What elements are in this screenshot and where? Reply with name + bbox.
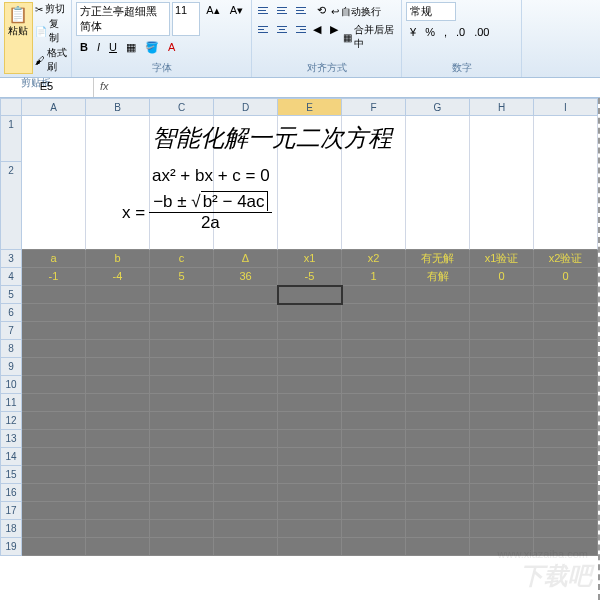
col-header[interactable]: A [22, 98, 86, 116]
cell[interactable] [278, 502, 342, 520]
cell[interactable]: x1验证 [470, 250, 534, 268]
row-header[interactable]: 14 [0, 448, 22, 466]
cell[interactable] [406, 286, 470, 304]
bold-button[interactable]: B [76, 39, 92, 56]
cell[interactable] [150, 520, 214, 538]
cell[interactable] [406, 304, 470, 322]
cell[interactable] [534, 358, 598, 376]
cell[interactable] [22, 304, 86, 322]
underline-button[interactable]: U [105, 39, 121, 56]
cell[interactable] [214, 430, 278, 448]
cell[interactable] [342, 376, 406, 394]
cell[interactable]: -5 [278, 268, 342, 286]
cell[interactable] [406, 502, 470, 520]
cell[interactable] [406, 538, 470, 556]
cell[interactable] [470, 430, 534, 448]
cell[interactable] [214, 466, 278, 484]
cell[interactable] [278, 520, 342, 538]
cell[interactable]: -1 [22, 268, 86, 286]
cell[interactable] [470, 502, 534, 520]
cell[interactable] [342, 502, 406, 520]
cell[interactable] [22, 286, 86, 304]
cell[interactable] [214, 376, 278, 394]
cell[interactable] [534, 162, 598, 250]
cell[interactable] [214, 448, 278, 466]
cell[interactable] [214, 484, 278, 502]
cell[interactable] [534, 394, 598, 412]
cell[interactable] [342, 162, 406, 250]
cell[interactable] [406, 340, 470, 358]
cell[interactable] [150, 502, 214, 520]
font-color-button[interactable]: A [164, 39, 179, 56]
cell[interactable] [22, 502, 86, 520]
merge-center-button[interactable]: ▦合并后居中 [343, 23, 397, 51]
cut-button[interactable]: ✂剪切 [35, 2, 67, 16]
row-header[interactable]: 15 [0, 466, 22, 484]
fx-button[interactable]: fx [94, 78, 115, 97]
cell[interactable]: x2验证 [534, 250, 598, 268]
cell[interactable] [150, 484, 214, 502]
cell[interactable] [150, 448, 214, 466]
decrease-indent-button[interactable]: ◀ [309, 21, 325, 51]
row-header[interactable]: 1 [0, 116, 22, 162]
cell[interactable]: Δ [214, 250, 278, 268]
cell[interactable] [470, 322, 534, 340]
cell[interactable] [278, 162, 342, 250]
cell[interactable] [470, 376, 534, 394]
cell[interactable] [150, 322, 214, 340]
cell[interactable]: 1 [342, 268, 406, 286]
align-center-button[interactable] [274, 21, 291, 37]
cell[interactable] [278, 538, 342, 556]
cell[interactable] [470, 116, 534, 162]
cell[interactable] [22, 520, 86, 538]
align-bottom-button[interactable] [294, 2, 312, 18]
cell[interactable] [342, 484, 406, 502]
row-header[interactable]: 17 [0, 502, 22, 520]
cell[interactable]: 0 [534, 268, 598, 286]
cell[interactable] [342, 538, 406, 556]
cell[interactable] [22, 430, 86, 448]
cell[interactable] [150, 538, 214, 556]
cell[interactable] [278, 466, 342, 484]
cell[interactable] [470, 340, 534, 358]
font-name-select[interactable]: 方正兰亭超细黑简体 [76, 2, 170, 36]
cell[interactable] [470, 448, 534, 466]
cell[interactable] [22, 376, 86, 394]
cell[interactable] [214, 394, 278, 412]
cell[interactable] [342, 304, 406, 322]
cell[interactable] [534, 430, 598, 448]
italic-button[interactable]: I [93, 39, 104, 56]
increase-font-button[interactable]: A▴ [202, 2, 223, 36]
cell[interactable] [22, 358, 86, 376]
cell[interactable] [342, 448, 406, 466]
cell[interactable] [150, 358, 214, 376]
cell[interactable] [534, 502, 598, 520]
fill-color-button[interactable]: 🪣 [141, 39, 163, 56]
grid[interactable]: A B C D E F G H I 智能化解一元二次方程 ax² + bx + … [22, 98, 600, 600]
formula-input[interactable] [115, 78, 600, 97]
cell[interactable] [22, 448, 86, 466]
cell[interactable] [22, 322, 86, 340]
cell[interactable] [214, 340, 278, 358]
cell[interactable] [278, 484, 342, 502]
cell[interactable]: c [150, 250, 214, 268]
cell[interactable] [406, 376, 470, 394]
cell[interactable] [470, 162, 534, 250]
cell[interactable] [406, 394, 470, 412]
cell[interactable] [534, 520, 598, 538]
comma-button[interactable]: , [440, 24, 451, 40]
cell[interactable] [86, 538, 150, 556]
cell[interactable] [534, 376, 598, 394]
cell[interactable] [342, 340, 406, 358]
cell[interactable] [342, 394, 406, 412]
cell[interactable] [534, 286, 598, 304]
col-header[interactable]: C [150, 98, 214, 116]
cell[interactable] [86, 394, 150, 412]
row-header[interactable]: 3 [0, 250, 22, 268]
cell[interactable] [214, 322, 278, 340]
cell[interactable] [214, 412, 278, 430]
cell[interactable] [534, 322, 598, 340]
cell[interactable] [86, 116, 150, 162]
font-size-select[interactable]: 11 [172, 2, 200, 36]
cell[interactable] [86, 430, 150, 448]
